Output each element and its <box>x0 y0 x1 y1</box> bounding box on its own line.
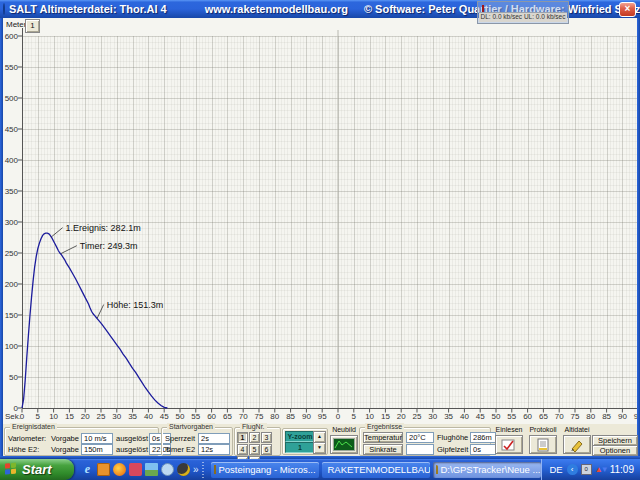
folder-icon <box>436 465 438 474</box>
protokoll-button[interactable] <box>529 435 557 454</box>
start-row1-label: Sperrzeit <box>165 434 195 443</box>
outlook-icon <box>214 465 216 474</box>
net-graph-mark <box>482 5 484 12</box>
app-dark-icon[interactable] <box>177 463 190 476</box>
title-website: www.raketenmodellbau.org <box>205 3 348 15</box>
ie-icon[interactable]: e <box>81 463 94 476</box>
altidatei-action: Altidatei <box>560 426 594 454</box>
flight-button-1[interactable]: 1 <box>237 432 248 443</box>
altitude-chart: 1.Ereignis: 282.1mTimer: 249.3mHöhe: 151… <box>3 18 637 424</box>
x-tick-label: 65 <box>219 412 235 421</box>
x-tick-label: 90 <box>614 412 630 421</box>
net-meter-overlay[interactable]: DL: 0.0 kb/sec UL: 0.0 kb/sec <box>477 1 569 24</box>
optionen-button[interactable]: Optionen <box>592 445 638 456</box>
y-tick-label: 250 <box>3 249 18 258</box>
group-startvorgaben: Startvorgaben Sperrzeit 2s Timer E2 12s <box>161 427 233 456</box>
gipfelzeit-label: Gipfelzeit <box>437 445 467 454</box>
x-tick-label: 80 <box>267 412 283 421</box>
x-tick-label: 20 <box>393 412 409 421</box>
clock[interactable]: 11:09 <box>610 464 634 475</box>
temperatur-button[interactable]: Temperatur <box>363 432 403 443</box>
group-ereignisdaten: Ereignisdaten Variometer: Vorgabe 10 m/s… <box>4 427 159 456</box>
sinkrate-value[interactable] <box>406 444 434 455</box>
x-tick-label: 30 <box>109 412 125 421</box>
y-tick-label: 50 <box>3 373 18 382</box>
model-tab-button[interactable]: 1 <box>25 19 40 33</box>
group-startvorgaben-title: Startvorgaben <box>167 423 215 431</box>
group-flugnr-title: FlugNr. <box>240 423 267 431</box>
x-tick-label: 10 <box>362 412 378 421</box>
x-tick-label: 45 <box>156 412 172 421</box>
svg-text:1.Ereignis: 282.1m: 1.Ereignis: 282.1m <box>66 223 141 233</box>
window-title: SALT Altimeterdatei: Thor.Al 4 <box>9 3 167 15</box>
x-tick-label: 30 <box>425 412 441 421</box>
flight-button-4[interactable]: 4 <box>237 444 248 455</box>
y-tick-label: 450 <box>3 125 18 134</box>
overflow-chevron-icon[interactable]: » <box>193 464 199 475</box>
x-tick-label: 0 <box>14 412 30 421</box>
y-tick-label: 500 <box>3 94 18 103</box>
altidatei-button[interactable] <box>563 435 591 454</box>
x-tick-label: 40 <box>456 412 472 421</box>
app-globe-icon <box>3 3 5 15</box>
event-row2-k2: ausgelöst <box>116 445 146 454</box>
event-row2-v1[interactable]: 150m <box>81 444 113 455</box>
flight-button-6[interactable]: 6 <box>261 444 272 455</box>
flight-button-3[interactable]: 3 <box>261 432 272 443</box>
x-tick-label: 55 <box>188 412 204 421</box>
net-speed-text: DL: 0.0 kb/sec UL: 0.0 kb/sec <box>479 12 567 22</box>
firefox-icon[interactable] <box>113 463 126 476</box>
y-tick-label: 600 <box>3 32 18 41</box>
task-button-3[interactable]: D:\GPSTracker\Neue ... <box>433 462 541 478</box>
x-tick-label: 20 <box>77 412 93 421</box>
msn-icon[interactable] <box>161 463 174 476</box>
altitude-curve: 1.Ereignis: 282.1mTimer: 249.3mHöhe: 151… <box>3 18 637 424</box>
x-tick-label: 15 <box>377 412 393 421</box>
task-button-1[interactable]: Posteingang - Micros... <box>211 462 319 478</box>
svg-text:Höhe: 151.3m: Höhe: 151.3m <box>107 300 164 310</box>
y-tick-label: 300 <box>3 218 18 227</box>
y-tick-label: 200 <box>3 280 18 289</box>
task-buttons: Posteingang - Micros...RAKETENMODELLBAU.… <box>211 462 541 478</box>
group-yzoom: Y-zoom 1 ▲ ▼ <box>282 428 328 455</box>
group-flugnr: FlugNr. 12345678 <box>234 427 281 456</box>
event-row1-k2: ausgelöst <box>116 434 146 443</box>
sinkrate-button[interactable]: Sinkrate <box>363 444 403 455</box>
svg-text:Timer: 249.3m: Timer: 249.3m <box>80 241 138 251</box>
einlesen-button[interactable] <box>495 435 523 454</box>
language-indicator[interactable]: DE <box>550 464 563 475</box>
neubild-button[interactable] <box>330 435 358 454</box>
x-tick-label: 95 <box>630 412 637 421</box>
flight-button-5[interactable]: 5 <box>249 444 260 455</box>
temperatur-value[interactable]: 20°C <box>406 432 434 443</box>
x-tick-label: 45 <box>472 412 488 421</box>
image-icon[interactable] <box>145 463 158 476</box>
flight-button-2[interactable]: 2 <box>249 432 260 443</box>
x-tick-label: 75 <box>567 412 583 421</box>
dumeter-icon[interactable]: ▲▼ <box>595 464 606 475</box>
x-tick-label: 40 <box>140 412 156 421</box>
event-row1-v1[interactable]: 10 m/s <box>81 433 113 444</box>
x-tick-label: 85 <box>283 412 299 421</box>
mail-icon[interactable] <box>97 463 110 476</box>
group-ereignisdaten-title: Ereignisdaten <box>10 423 57 431</box>
x-tick-label: 60 <box>520 412 536 421</box>
control-panel: Ereignisdaten Variometer: Vorgabe 10 m/s… <box>3 424 637 456</box>
start-row2-label: Timer E2 <box>165 445 195 454</box>
start-row2-value[interactable]: 12s <box>198 444 230 455</box>
task-button-2[interactable]: RAKETENMODELLBAU... <box>322 462 430 478</box>
start-row1-value[interactable]: 2s <box>198 433 230 444</box>
start-button[interactable]: Start <box>0 459 74 480</box>
back-icon[interactable]: ‹ <box>567 464 578 475</box>
netmon-icon[interactable]: 0 <box>581 464 592 475</box>
taskbar-separator <box>202 462 204 478</box>
yzoom-down-icon[interactable]: ▼ <box>313 442 326 454</box>
x-tick-label: 0 <box>330 412 346 421</box>
y-tick-label: 550 <box>3 63 18 72</box>
x-tick-label: 85 <box>599 412 615 421</box>
task-label: D:\GPSTracker\Neue ... <box>441 464 541 475</box>
altidatei-label: Altidatei <box>560 426 594 434</box>
media-icon[interactable] <box>129 463 142 476</box>
close-icon[interactable]: × <box>619 2 636 17</box>
quick-launch-bar: e <box>81 463 190 476</box>
